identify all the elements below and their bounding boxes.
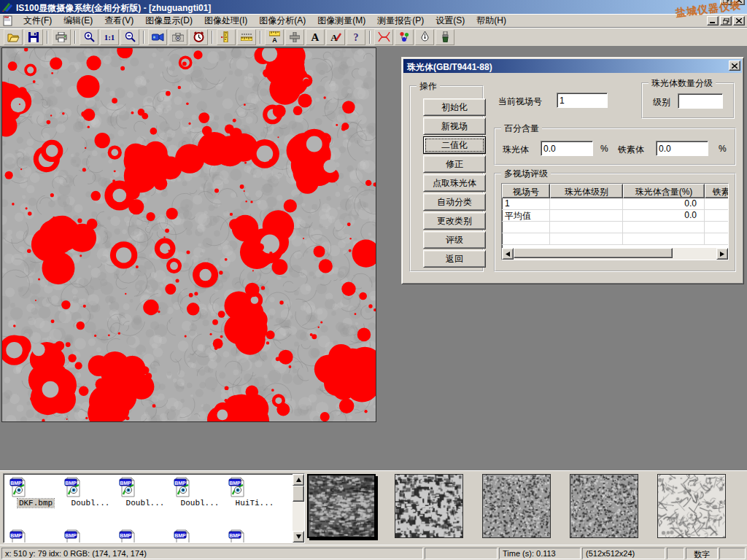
one-to-one-icon: 1:1 xyxy=(104,33,115,42)
close-button[interactable] xyxy=(733,0,745,5)
thumbnail-2[interactable] xyxy=(395,474,463,538)
dialog-titlebar[interactable]: 珠光体(GB/T9441-88) xyxy=(403,59,742,73)
file-item[interactable]: BMP xyxy=(64,529,117,543)
toolbar: 1:1 A A A ? xyxy=(0,28,747,47)
svg-text:BMP: BMP xyxy=(65,481,77,486)
child-minimize-button[interactable] xyxy=(707,16,719,26)
svg-text:BMP: BMP xyxy=(174,533,186,538)
table-row[interactable] xyxy=(502,222,728,233)
return-button[interactable]: 返回 xyxy=(423,250,486,268)
hscroll-thumb[interactable] xyxy=(514,248,673,258)
photo-capture-button[interactable] xyxy=(169,29,187,45)
binarize-button[interactable]: 二值化 xyxy=(423,136,486,154)
menu-view[interactable]: 查看(V) xyxy=(98,13,139,28)
open-folder-icon xyxy=(7,32,20,42)
change-class-button[interactable]: 更改类别 xyxy=(423,212,486,230)
toolbar-separator xyxy=(74,31,76,44)
table-row[interactable]: 平均值 0.0 xyxy=(502,210,728,222)
file-name: HuiTi... xyxy=(234,499,276,508)
restore-button[interactable] xyxy=(720,0,732,5)
pearlite-percent-input[interactable] xyxy=(541,141,593,156)
zoom-in-button[interactable] xyxy=(80,29,98,45)
timer-button[interactable] xyxy=(189,29,208,45)
table-row[interactable]: 1 0.0 xyxy=(502,198,728,210)
menu-edit[interactable]: 编辑(E) xyxy=(58,13,98,28)
file-item[interactable]: BMP xyxy=(174,529,226,543)
rating-table: 视场号 珠光体级别 珠光体含量(%) 铁素体含量(%) 1 0.0 平均值 0.… xyxy=(501,183,729,260)
thumbnail-4[interactable] xyxy=(570,474,638,538)
thumbnail-3[interactable] xyxy=(482,474,551,538)
open-file-button[interactable] xyxy=(4,29,23,45)
file-item[interactable]: BMP DKF.bmp xyxy=(9,477,62,508)
zoom-out-icon xyxy=(125,31,136,42)
file-item[interactable]: BMP Doubl... xyxy=(119,477,171,508)
scroll-right-arrow[interactable] xyxy=(716,248,728,260)
child-close-button[interactable] xyxy=(733,16,745,26)
zoom-out-button[interactable] xyxy=(120,29,139,45)
svg-text:BMP: BMP xyxy=(10,481,22,486)
pen-tool-button[interactable] xyxy=(415,29,434,45)
menu-image-measure[interactable]: 图像测量(M) xyxy=(311,13,371,28)
menu-file[interactable]: 文件(F) xyxy=(18,13,58,28)
help-button[interactable]: ? xyxy=(347,29,365,45)
print-button[interactable] xyxy=(52,29,71,45)
bmp-file-icon: BMP xyxy=(174,529,191,543)
table-hscrollbar[interactable] xyxy=(502,248,728,260)
svg-text:?: ? xyxy=(354,32,359,42)
grid-tool-button[interactable] xyxy=(285,29,304,45)
colored-points-icon xyxy=(399,31,410,42)
menu-measure-report[interactable]: 测量报告(P) xyxy=(371,13,430,28)
file-item[interactable]: BMP xyxy=(119,529,171,543)
level-input[interactable] xyxy=(678,93,723,109)
caliper-measure-button[interactable] xyxy=(217,29,236,45)
ruler-measure-button[interactable] xyxy=(237,29,256,45)
col-pearlite-content: 珠光体含量(%) xyxy=(623,184,705,198)
file-item[interactable]: BMP HuiTi... xyxy=(228,477,281,508)
pick-pearlite-button[interactable]: 点取珠光体 xyxy=(423,174,486,192)
actual-size-button[interactable]: 1:1 xyxy=(100,29,119,45)
ferrite-percent-input[interactable] xyxy=(656,141,708,156)
scroll-left-arrow[interactable] xyxy=(502,248,514,260)
child-restore-button[interactable] xyxy=(720,16,732,26)
menu-image-analysis[interactable]: 图像分析(A) xyxy=(253,13,311,28)
save-button[interactable] xyxy=(24,29,43,45)
text-annotation-button[interactable]: A xyxy=(306,29,325,45)
calibrate-button[interactable]: A xyxy=(265,29,284,45)
metallographic-image[interactable] xyxy=(1,47,376,422)
rate-button[interactable]: 评级 xyxy=(423,231,486,249)
thumbnail-5[interactable] xyxy=(657,474,726,538)
scroll-down-arrow[interactable] xyxy=(293,531,304,542)
file-list-scrollbar[interactable] xyxy=(293,474,304,542)
scroll-up-arrow[interactable] xyxy=(293,474,304,486)
menu-help[interactable]: 帮助(H) xyxy=(471,13,512,28)
file-item[interactable]: BMP xyxy=(9,529,62,543)
file-name: Doubl... xyxy=(179,499,221,508)
current-field-input[interactable] xyxy=(557,93,608,108)
file-item[interactable]: BMP xyxy=(228,529,281,543)
brush-tool-button[interactable] xyxy=(436,29,454,45)
file-item[interactable]: BMP Doubl... xyxy=(64,477,117,508)
dialog-close-button[interactable] xyxy=(729,61,740,71)
thumbnail-1[interactable] xyxy=(307,474,376,538)
video-camera-icon xyxy=(152,33,164,42)
auto-classify-button[interactable]: 自动分类 xyxy=(423,193,486,211)
curve-tool-button[interactable] xyxy=(374,29,393,45)
text-edit-button[interactable]: A xyxy=(326,29,345,45)
file-item[interactable]: BMP Doubl... xyxy=(174,477,226,508)
label-points-button[interactable] xyxy=(395,29,414,45)
video-capture-button[interactable] xyxy=(148,29,167,45)
document-icon[interactable] xyxy=(3,15,13,26)
vscroll-thumb[interactable] xyxy=(293,486,304,502)
correct-button[interactable]: 修正 xyxy=(423,155,486,173)
menu-settings[interactable]: 设置(S) xyxy=(430,13,471,28)
text-a-icon: A xyxy=(310,31,320,42)
file-name: DKF.bmp xyxy=(18,499,54,508)
toolbar-separator xyxy=(143,31,144,44)
new-field-button[interactable]: 新视场 xyxy=(423,117,486,135)
menu-image-display[interactable]: 图像显示(D) xyxy=(139,13,198,28)
initialize-button[interactable]: 初始化 xyxy=(423,98,486,116)
menu-image-processing[interactable]: 图像处理(I) xyxy=(198,13,253,28)
current-field-label: 当前视场号 xyxy=(498,96,542,108)
file-name: Doubl... xyxy=(70,499,112,508)
table-row[interactable] xyxy=(502,233,728,245)
